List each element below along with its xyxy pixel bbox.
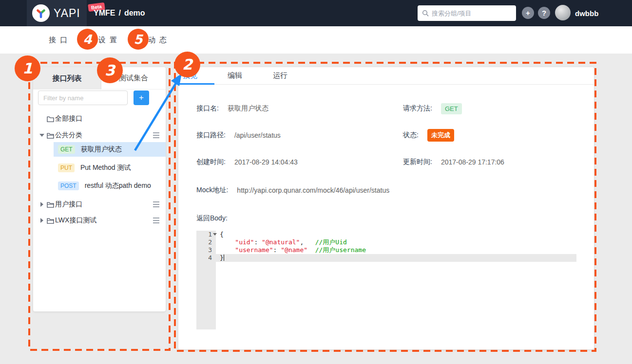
breadcrumb[interactable]: YMFE / demo [94, 0, 145, 26]
line-number[interactable]: 2 [196, 238, 216, 246]
api-item-label: restful 动态path demo [85, 182, 151, 190]
tab-activity[interactable]: 动态 [148, 26, 171, 54]
method-badge-get: GET [441, 103, 462, 114]
field-label: 状态: [403, 131, 419, 140]
step-circle-5: 5 [128, 29, 149, 50]
active-tab-underline [178, 83, 214, 85]
line-number[interactable]: 1 [196, 231, 216, 238]
breadcrumb-project[interactable]: demo [124, 9, 145, 18]
search-box [418, 5, 516, 21]
caret-right-icon[interactable] [39, 218, 45, 223]
step-circle-2: 2 [174, 52, 200, 77]
username[interactable]: dwbbb [575, 0, 598, 26]
field-request-method: 请求方法: GET [403, 103, 462, 114]
mock-url-value[interactable]: http://yapi.corp.qunar.com/mock/46/api/u… [237, 186, 389, 194]
filter-input[interactable] [38, 91, 128, 105]
tab-interface-list[interactable]: 接口列表 [33, 67, 101, 90]
field-value: 2017-08-29 17:17:06 [441, 158, 504, 166]
category-menu-icon[interactable] [153, 135, 159, 136]
folder-open-icon [47, 132, 54, 139]
field-label: 接口路径: [196, 131, 226, 140]
method-badge-post: POST [58, 182, 79, 190]
method-badge-put: PUT [58, 164, 75, 172]
code-line: "username": "@name" //用户username [216, 246, 576, 254]
yapi-app: YAPI Beta YMFE / demo + ? dwbbb 接口 [0, 0, 632, 364]
folder-icon [47, 116, 54, 122]
api-item-label: 获取用户状态 [81, 145, 122, 154]
api-item-label: Put Method 测试 [80, 164, 131, 172]
tree-item-label: 公共分类 [55, 131, 82, 140]
field-label: 接口名: [196, 104, 219, 113]
tab-run[interactable]: 运行 [273, 71, 287, 80]
api-item-restful-path-demo[interactable]: POST restful 动态path demo [54, 179, 166, 193]
field-label: 创建时间: [196, 158, 226, 166]
step-circle-1: 1 [15, 55, 40, 81]
method-badge-get: GET [58, 145, 75, 154]
search-icon [422, 10, 429, 17]
interface-sidebar: 接口列表 测试集合 + 全部接口 公共分类 GET 获取用户状态 PUT Put [33, 67, 166, 311]
field-updated-time: 更新时间: 2017-08-29 17:17:06 [403, 158, 504, 166]
field-return-body: 返回Body: [196, 214, 236, 223]
api-item-put-method-test[interactable]: PUT Put Method 测试 [54, 161, 166, 175]
yapi-logo-icon [32, 4, 50, 22]
help-button[interactable]: ? [538, 7, 550, 19]
field-interface-path: 接口路径: /api/user/status [196, 131, 281, 140]
api-item-get-user-status[interactable]: GET 获取用户状态 [54, 142, 166, 157]
logo-home-link[interactable]: YAPI Beta [27, 0, 87, 26]
field-status: 状态: 未完成 [403, 129, 454, 142]
breadcrumb-group[interactable]: YMFE [94, 9, 115, 18]
add-project-button[interactable]: + [522, 7, 534, 19]
question-icon: ? [542, 9, 546, 17]
folder-open-icon [47, 218, 54, 224]
tree-item-public-category[interactable]: 公共分类 [33, 128, 166, 142]
category-menu-icon[interactable] [153, 204, 159, 205]
interface-detail-panel: 预览 编辑 运行 接口名: 获取用户状态 请求方法: GET 接口路径: /ap… [178, 67, 594, 349]
field-label: 返回Body: [196, 214, 228, 223]
avatar[interactable] [555, 5, 571, 20]
status-badge: 未完成 [427, 129, 454, 142]
caret-right-icon[interactable] [39, 202, 45, 207]
field-value: 2017-08-29 14:04:43 [234, 158, 298, 166]
detail-tabbar: 预览 编辑 运行 [178, 67, 594, 85]
tree-item-all-interfaces[interactable]: 全部接口 [33, 112, 166, 126]
return-body-editor[interactable]: 1 2 3 4 { "uid": "@natural", //用户Uid "us… [196, 231, 576, 329]
field-mock-url: Mock地址: http://yapi.corp.qunar.com/mock/… [196, 186, 389, 195]
tab-interface[interactable]: 接口 [49, 26, 71, 54]
text-cursor [224, 255, 224, 261]
add-interface-button[interactable]: + [134, 91, 149, 105]
caret-down-icon[interactable] [39, 134, 45, 137]
plus-icon: + [526, 9, 530, 17]
tab-edit[interactable]: 编辑 [228, 71, 242, 80]
field-value: /api/user/status [234, 131, 281, 139]
code-line: { [216, 231, 576, 238]
tree-item-user-interface[interactable]: 用户接口 [33, 198, 166, 211]
search-input[interactable] [432, 10, 517, 17]
line-number[interactable]: 3 [196, 246, 216, 254]
line-number[interactable]: 4 [196, 254, 216, 262]
top-navbar: YAPI Beta YMFE / demo + ? dwbbb [0, 0, 632, 26]
tree-item-label: 用户接口 [55, 200, 82, 209]
tree-item-lwx-test[interactable]: LWX接口测试 [33, 214, 166, 227]
logo-text: YAPI [54, 7, 80, 20]
field-label: 更新时间: [403, 158, 432, 166]
tree-item-label: 全部接口 [55, 114, 82, 123]
code-line: "uid": "@natural", //用户Uid [216, 238, 576, 246]
field-value: 获取用户状态 [228, 104, 268, 113]
code-line-active: } [216, 254, 576, 262]
folder-open-icon [47, 201, 54, 208]
field-label: Mock地址: [196, 186, 228, 195]
category-menu-icon[interactable] [153, 220, 159, 221]
step-circle-4: 4 [77, 29, 98, 50]
tab-settings[interactable]: 设置 [98, 26, 121, 54]
step-circle-3: 3 [97, 57, 123, 83]
tree-item-label: LWX接口测试 [55, 216, 96, 225]
field-interface-name: 接口名: 获取用户状态 [196, 104, 268, 113]
field-label: 请求方法: [403, 104, 432, 113]
editor-code-area[interactable]: { "uid": "@natural", //用户Uid "username":… [216, 231, 576, 262]
field-created-time: 创建时间: 2017-08-29 14:04:43 [196, 158, 298, 166]
breadcrumb-separator: / [118, 9, 120, 18]
editor-gutter: 1 2 3 4 [196, 231, 216, 329]
